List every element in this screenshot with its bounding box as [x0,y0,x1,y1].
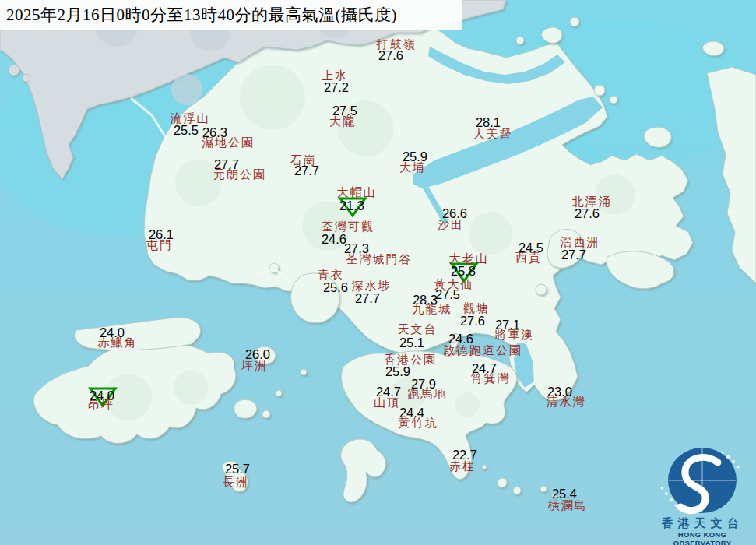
station-name: 黃大仙 [434,279,474,290]
station-name: 筲箕灣 [471,373,511,385]
station-name: 元朗公園 [213,169,266,181]
station-temp: 27.6 [378,49,403,62]
station-name: 大隴 [329,116,356,128]
offshore-islet [9,65,19,76]
hko-logo: 香港天文台 HONG KONG OBSERVATORY [651,445,754,543]
station-name: 屯門 [146,240,173,251]
station-name: 赤鱲角 [98,337,138,349]
logo-halftone-dot [737,466,740,469]
station-temp: 25.1 [399,336,424,350]
station-name: 長洲 [223,476,249,488]
station-name: 大美督 [473,128,513,140]
harbour-islet [276,390,282,396]
station-temp: 27.6 [575,207,600,220]
station-name: 青衣 [318,269,344,281]
station-name: 昂坪 [88,399,114,410]
station-name: 啟德跑道公園 [443,345,522,357]
station-temp: 27.7 [355,292,380,305]
logo-halftone-dot [670,498,673,501]
logo-chinese-name: 香港天文台 [651,517,754,530]
hko-logo-emblem [652,445,752,515]
islet [482,465,487,469]
station-name: 赤柱 [449,461,476,473]
station-temp: 25.5 [174,124,199,137]
logo-english-name: HONG KONG OBSERVATORY [651,530,754,545]
urban-texture [171,74,202,105]
station-name: 打鼓嶺 [377,39,417,51]
station-name: 沙田 [438,220,464,231]
islet [570,17,579,26]
station-temp: 25.8 [451,265,476,278]
station-name: 石崗 [290,155,317,167]
station-temp: 27.2 [324,81,349,94]
logo-halftone-dot [665,492,668,495]
station-temp: 21.3 [339,199,364,213]
station-temp: 25.7 [225,462,250,476]
station-name: 滘西洲 [561,237,600,248]
logo-halftone-dot [732,460,735,463]
logo-halftone-dot [675,505,677,507]
station-temp: 25.6 [323,281,348,294]
ap-chau-island [516,37,524,44]
station-name: 山頂 [374,397,400,409]
logo-halftone-dot [661,487,663,490]
station-temp: 27.6 [460,315,485,328]
station-name: 大帽山 [337,187,377,199]
logo-halftone-dot [726,455,730,459]
hei-ling-chau-island [234,399,257,418]
double-haven-island [644,127,671,147]
station-name: 將軍澳 [495,329,535,341]
station-temp: 27.7 [561,248,586,262]
waglan-island [540,486,547,492]
station-name: 深水埗 [352,280,392,292]
hill-texture [455,392,480,417]
station-name: 流浮山 [171,113,210,125]
station-temp: 25.9 [385,365,410,378]
harbour-islet [301,369,307,375]
station-name: 清水灣 [547,396,586,408]
grass-island [610,96,617,104]
station-name: 黃竹坑 [399,417,438,429]
sharp-island [536,284,547,295]
station-name: 觀塘 [463,303,490,315]
station-name: 上水 [322,70,348,82]
tap-mun-island [594,85,605,96]
hill-texture [469,212,512,255]
title-bar: 2025年2月16日0時0分至13時40分的最高氣溫(攝氏度) [0,0,462,30]
station-name: 香港公園 [384,354,437,366]
station-name: 大老山 [449,253,489,265]
station-name: 天文台 [398,324,438,336]
station-name: 大埔 [399,162,426,174]
po-toi-islet [513,487,521,494]
station-name: 荃灣可觀 [322,221,374,233]
sunshine-island [262,410,270,418]
weather-map-page: { "title": "2025年2月16日0時0分至13時40分的最高氣溫(攝… [0,0,756,545]
station-name: 荃灣城門谷 [346,254,413,265]
station-name: 北潭涌 [572,196,612,208]
station-name: 坪洲 [241,360,268,372]
station-name: 西貢 [515,252,542,264]
hong-kong-map [0,0,756,545]
po-toi-island [498,478,507,487]
station-temp: 24.6 [322,233,346,246]
station-name: 跑馬地 [408,389,448,400]
hill-texture [240,65,305,130]
station-name: 橫瀾島 [548,500,588,512]
logo-halftone-dot [722,452,724,454]
station-name: 濕地公園 [202,137,255,149]
hill-texture [174,371,208,405]
station-name: 九龍城 [413,304,452,315]
page-title: 2025年2月16日0時0分至13時40分的最高氣溫(攝氏度) [6,4,397,26]
offshore-islet [23,74,30,82]
